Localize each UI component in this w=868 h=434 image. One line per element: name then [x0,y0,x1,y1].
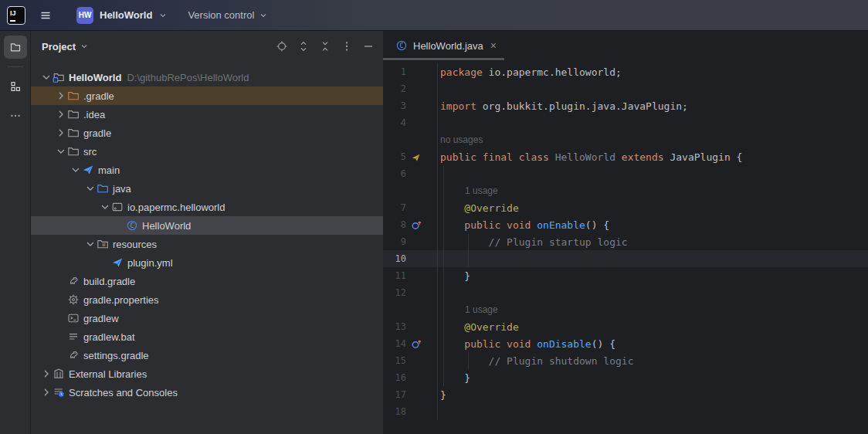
editor-gutter[interactable]: 18 [383,403,438,420]
tree-row-helloworld[interactable]: HelloWorldD:\githubRePos\HelloWorld [31,68,383,86]
tree-row-plugin-yml[interactable]: plugin.yml [31,253,383,272]
tree-row-gradlew-bat[interactable]: gradlew.bat [31,327,383,346]
editor-gutter[interactable] [383,131,438,148]
editor-gutter[interactable]: 8 [383,216,438,233]
tree-row-build-gradle[interactable]: build.gradle [31,272,383,290]
line-number[interactable]: 11 [383,270,406,281]
select-opened-file-button[interactable] [272,36,292,56]
inlay-hint-row[interactable]: no usages [383,131,868,148]
override-marker-icon[interactable] [406,338,437,350]
tree-row-gradlew[interactable]: gradlew [31,309,383,327]
line-number[interactable]: 4 [383,117,406,128]
line-number[interactable]: 2 [383,83,406,94]
editor-gutter[interactable]: 10 [383,250,438,267]
line-number[interactable]: 17 [383,389,406,400]
tree-row-io-papermc-helloworld[interactable]: io.papermc.helloworld [31,198,383,216]
tree-row-helloworld[interactable]: CHelloWorld [31,216,383,235]
hide-panel-button[interactable] [358,36,378,56]
editor-gutter[interactable]: 3 [383,97,438,114]
editor-gutter[interactable]: 9 [383,233,438,250]
line-number[interactable]: 12 [383,287,406,298]
line-number[interactable]: 8 [383,219,406,230]
editor-gutter[interactable]: 4 [383,114,438,131]
line-number[interactable]: 10 [383,253,406,264]
editor-gutter[interactable] [383,182,438,199]
editor-gutter[interactable]: 13 [383,318,438,335]
editor-gutter[interactable]: 16 [383,369,438,386]
editor-gutter[interactable]: 17 [383,386,438,403]
code-line-12[interactable]: 12 [383,284,868,301]
chevron-down-icon[interactable] [84,182,97,195]
vcs-widget-button[interactable]: Version control [181,5,274,26]
code-line-5[interactable]: 5public final class HelloWorld extends J… [383,148,868,165]
tree-row-scratches-and-consoles[interactable]: Scratches and Consoles [31,383,383,402]
code-line-15[interactable]: 15 // Plugin shutdown logic [383,352,868,369]
code-line-6[interactable]: 6 [383,165,868,182]
code-line-17[interactable]: 17} [383,386,868,403]
tree-row-settings-gradle[interactable]: settings.gradle [31,346,383,364]
code-line-8[interactable]: 8 public void onEnable() { [383,216,868,233]
inlay-hint[interactable]: 1 usage [438,185,498,196]
editor-gutter[interactable]: 15 [383,352,438,369]
tree-row-gradle[interactable]: gradle [31,124,383,142]
code-line-10[interactable]: 10 [383,250,868,267]
code-line-18[interactable]: 18 [383,403,868,420]
tree-row--gradle[interactable]: .gradle [31,86,383,105]
line-number[interactable]: 6 [383,168,406,179]
code-line-3[interactable]: 3import org.bukkit.plugin.java.JavaPlugi… [383,97,868,114]
project-widget-button[interactable]: HW HelloWorld [70,5,174,26]
code-line-14[interactable]: 14 public void onDisable() { [383,335,868,352]
chevron-down-icon[interactable] [70,164,82,176]
editor-gutter[interactable] [383,301,438,318]
inlay-hint[interactable]: no usages [438,134,483,145]
chevron-down-icon[interactable] [99,201,111,213]
editor-tab-helloworld-java[interactable]: C HelloWorld.java × [383,31,504,60]
code-line-1[interactable]: 1package io.papermc.helloworld; [383,63,868,80]
line-number[interactable]: 7 [383,202,406,213]
line-number[interactable]: 3 [383,100,406,111]
chevron-down-icon[interactable] [84,238,97,250]
tab-close-icon[interactable]: × [490,39,497,52]
line-number[interactable]: 18 [383,406,406,417]
structure-tool-button[interactable] [4,75,27,98]
code-line-13[interactable]: 13 @Override [383,318,868,335]
tree-row-java[interactable]: java [31,179,383,198]
editor-gutter[interactable]: 11 [383,267,438,284]
editor-gutter[interactable]: 2 [383,80,438,97]
tree-row-main[interactable]: main [31,161,383,179]
inlay-hint-row[interactable]: 1 usage [383,182,868,199]
editor-gutter[interactable]: 14 [383,335,438,352]
line-number[interactable]: 13 [383,321,406,332]
chevron-right-icon[interactable] [55,108,67,120]
code-line-16[interactable]: 16 } [383,369,868,386]
chevron-right-icon[interactable] [55,90,67,102]
project-tool-button[interactable] [4,36,27,59]
main-menu-button[interactable] [33,5,58,26]
code-line-4[interactable]: 4 [383,114,868,131]
inlay-hint-row[interactable]: 1 usage [383,301,868,318]
code-line-9[interactable]: 9 // Plugin startup logic [383,233,868,250]
line-number[interactable]: 14 [383,338,406,349]
code-line-7[interactable]: 7 @Override [383,199,868,216]
override-marker-icon[interactable] [406,219,437,231]
tree-row-external-libraries[interactable]: External Libraries [31,364,383,383]
collapse-all-button[interactable] [315,36,335,56]
line-number[interactable]: 16 [383,372,406,383]
code-line-11[interactable]: 11 } [383,267,868,284]
tree-row-gradle-properties[interactable]: gradle.properties [31,290,383,309]
tree-row-resources[interactable]: resources [31,235,383,253]
line-number[interactable]: 5 [383,151,406,162]
chevron-right-icon[interactable] [40,386,53,398]
line-number[interactable]: 1 [383,66,406,77]
editor-gutter[interactable]: 1 [383,63,438,80]
code-line-2[interactable]: 2 [383,80,868,97]
code-editor[interactable]: 1package io.papermc.helloworld;23import … [383,60,868,434]
expand-all-button[interactable] [293,36,314,56]
editor-gutter[interactable]: 7 [383,199,438,216]
editor-gutter[interactable]: 5 [383,148,438,165]
chevron-down-icon[interactable] [55,145,67,158]
line-number[interactable]: 15 [383,355,406,366]
tree-row--idea[interactable]: .idea [31,105,383,124]
chevron-right-icon[interactable] [40,368,53,380]
inlay-hint[interactable]: 1 usage [438,304,498,315]
